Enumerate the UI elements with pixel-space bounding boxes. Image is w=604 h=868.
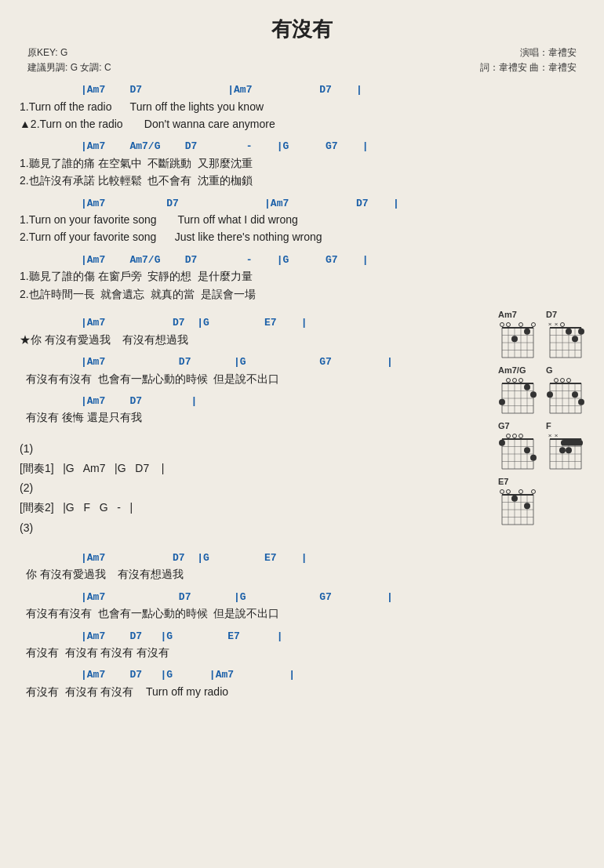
chord-line-9: |Am7 D7 |G G7 | (12, 590, 498, 605)
chord-line-7: |Am7 D7 | (12, 394, 498, 409)
svg-point-123 (511, 496, 518, 502)
lyric-7: 有沒有 後悔 還是只有我 (12, 409, 498, 426)
svg-point-106 (566, 447, 572, 453)
svg-point-85 (513, 434, 517, 438)
header: 原KEY: G 建議男調: G 女調: C 有沒有 演唱：韋禮安 詞：韋禮安 曲… (12, 16, 592, 43)
diag-e7-svg (498, 487, 537, 528)
diag-d7: D7 × × (546, 310, 589, 361)
section-1: |Am7 D7 |Am7 D7 | 1.Turn off the radio T… (12, 82, 498, 133)
interlude-section: (1) [間奏1] |G Am7 |G D7 | (2) [間奏2] |G F … (12, 439, 498, 538)
music-content: |Am7 D7 |Am7 D7 | 1.Turn off the radio T… (12, 82, 498, 700)
lyric-1b: ▲2.Turn on the radio Don't wanna care an… (12, 115, 498, 133)
chord-diagrams-panel: Am7 (498, 310, 588, 528)
svg-point-51 (524, 384, 530, 390)
svg-point-84 (507, 434, 511, 438)
svg-point-53 (530, 391, 537, 398)
svg-point-86 (519, 434, 523, 438)
svg-point-33 (566, 329, 572, 335)
performer-info: 演唱：韋禮安 (480, 45, 577, 60)
lyric-9: 有沒有有沒有 也會有一點心動的時候 但是說不出口 (12, 605, 498, 622)
lyric-8: 你 有沒有愛過我 有沒有想過我 (12, 565, 498, 583)
svg-point-16 (511, 336, 518, 342)
section-2: |Am7 Am7/G D7 - |G G7 | 1.聽見了誰的痛 在空氣中 不斷… (12, 139, 498, 189)
lyric-4b: 2.也許時間一長 就會遺忘 就真的當 是誤會一場 (12, 285, 498, 303)
svg-point-87 (499, 440, 505, 446)
diag-am7g: Am7/G (498, 365, 541, 416)
svg-point-35 (578, 329, 584, 335)
lyric-3a: 1.Turn on your favorite song Turn off wh… (12, 211, 498, 228)
svg-text:×: × (548, 321, 552, 328)
section-8: |Am7 D7 |G E7 | 你 有沒有愛過我 有沒有想過我 (12, 550, 498, 583)
diag-g7: G7 (498, 421, 541, 472)
svg-point-88 (524, 447, 530, 453)
section-10: |Am7 D7 |G E7 | 有沒有 有沒有 有沒有 有沒有 (12, 629, 498, 662)
section-4: |Am7 Am7/G D7 - |G G7 | 1.聽見了誰的傷 在窗戶旁 安靜… (12, 252, 498, 303)
interlude-1-label: (1) (12, 439, 498, 459)
svg-point-32 (561, 323, 565, 327)
chord-line-8: |Am7 D7 |G E7 | (12, 550, 498, 566)
suggestion-info: 建議男調: G 女調: C (27, 60, 111, 75)
page: 原KEY: G 建議男調: G 女調: C 有沒有 演唱：韋禮安 詞：韋禮安 曲… (0, 8, 604, 714)
diag-am7: Am7 (498, 310, 541, 361)
diag-am7-svg (498, 320, 537, 361)
chord-line-3: |Am7 D7 |Am7 D7 | (12, 196, 498, 212)
svg-text:×: × (548, 432, 552, 439)
svg-point-17 (524, 329, 530, 335)
svg-point-124 (524, 503, 530, 509)
interlude-2-label: (2) (12, 478, 498, 498)
lyric-2b: 2.也許沒有承諾 比較輕鬆 也不會有 沈重的枷鎖 (12, 172, 498, 189)
lyric-11: 有沒有 有沒有 有沒有 Turn off my radio (12, 683, 498, 700)
svg-point-121 (519, 490, 523, 494)
svg-point-14 (519, 323, 523, 327)
interlude-1-chords: [間奏1] |G Am7 |G D7 | (12, 459, 498, 478)
main-content: Am7 (12, 82, 592, 700)
svg-point-15 (532, 323, 536, 327)
svg-point-66 (555, 379, 559, 383)
svg-point-70 (572, 391, 578, 398)
chord-line-4: |Am7 Am7/G D7 - |G G7 | (12, 252, 498, 268)
diag-g-svg (546, 376, 585, 416)
song-title: 有沒有 (12, 16, 592, 43)
lyric-10: 有沒有 有沒有 有沒有 有沒有 (12, 644, 498, 661)
section-3: |Am7 D7 |Am7 D7 | 1.Turn on your favorit… (12, 196, 498, 246)
svg-point-49 (513, 379, 517, 383)
section-9: |Am7 D7 |G G7 | 有沒有有沒有 也會有一點心動的時候 但是說不出口 (12, 590, 498, 623)
lyric-5: ★你 有沒有愛過我 有沒有想過我 (12, 331, 498, 348)
svg-text:×: × (555, 432, 559, 439)
svg-point-119 (500, 490, 504, 494)
lyric-4a: 1.聽見了誰的傷 在窗戶旁 安靜的想 是什麼力量 (12, 267, 498, 285)
section-5: |Am7 D7 |G E7 | ★你 有沒有愛過我 有沒有想過我 (12, 315, 498, 348)
svg-point-68 (567, 379, 571, 383)
chord-line-5: |Am7 D7 |G E7 | (12, 315, 498, 331)
diag-f: F × × (546, 421, 589, 472)
chord-line-10: |Am7 D7 |G E7 | (12, 629, 498, 645)
svg-point-89 (530, 455, 537, 461)
section-11: |Am7 D7 |G |Am7 | 有沒有 有沒有 有沒有 Turn off m… (12, 667, 498, 700)
svg-point-69 (547, 391, 553, 398)
diag-g7-svg (498, 431, 537, 472)
svg-point-122 (532, 490, 536, 494)
diag-e7: E7 (498, 477, 541, 528)
key-info: 原KEY: G (27, 45, 111, 60)
lyric-6: 有沒有有沒有 也會有一點心動的時候 但是說不出口 (12, 370, 498, 387)
lyric-3b: 2.Turn off your favorite song Just like … (12, 228, 498, 245)
svg-rect-104 (561, 440, 583, 446)
svg-point-67 (561, 379, 565, 383)
chord-line-11: |Am7 D7 |G |Am7 | (12, 667, 498, 683)
diag-d7-svg: × × (546, 320, 585, 361)
lyric-1a: 1.Turn off the radio Turn off the lights… (12, 98, 498, 115)
svg-point-34 (572, 336, 578, 342)
section-6: |Am7 D7 |G G7 | 有沒有有沒有 也會有一點心動的時候 但是說不出口 (12, 354, 498, 387)
diag-f-svg: × × (546, 431, 585, 472)
svg-text:×: × (555, 321, 559, 328)
chord-line-1: |Am7 D7 |Am7 D7 | (12, 82, 498, 98)
svg-point-105 (559, 447, 566, 453)
lyric-2a: 1.聽見了誰的痛 在空氣中 不斷跳動 又那麼沈重 (12, 154, 498, 172)
chord-line-6: |Am7 D7 |G G7 | (12, 354, 498, 370)
diag-am7g-svg (498, 376, 537, 416)
lyricist-info: 詞：韋禮安 曲：韋禮安 (480, 60, 577, 75)
meta-right: 演唱：韋禮安 詞：韋禮安 曲：韋禮安 (480, 45, 577, 75)
interlude-3-label: (3) (12, 518, 498, 538)
interlude-2-chords: [間奏2] |G F G - | (12, 498, 498, 518)
section-7: |Am7 D7 | 有沒有 後悔 還是只有我 (12, 394, 498, 427)
